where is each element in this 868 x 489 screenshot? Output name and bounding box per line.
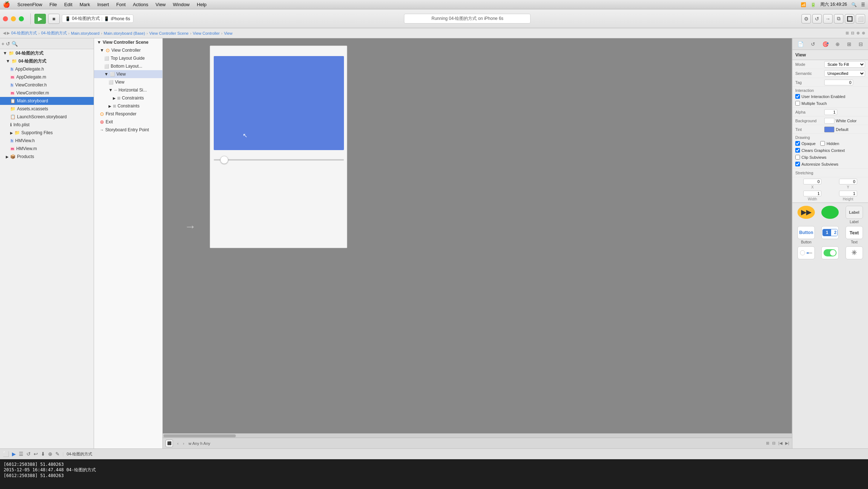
canvas-btn-forward[interactable]: ›	[183, 441, 184, 446]
menu-window[interactable]: Window	[173, 2, 190, 7]
widget-label[interactable]: Label Label	[843, 206, 865, 224]
debug-btn-2[interactable]: ▶	[12, 451, 16, 457]
bc-3[interactable]: Main.storyboard	[71, 31, 99, 35]
debug-btn-6[interactable]: ⬇	[41, 451, 45, 457]
scene-item-entrypoint[interactable]: → Storyboard Entry Point	[94, 126, 162, 134]
toolbar-btn-2[interactable]: ↺	[812, 14, 822, 24]
scene-item-firstresponder[interactable]: ⊙ First Responder	[94, 110, 162, 118]
prop-alpha-input[interactable]	[824, 109, 837, 115]
canvas-ctrl-3[interactable]: |◀	[778, 441, 782, 446]
ft-btn-1[interactable]: +	[1, 41, 4, 47]
slider-component[interactable]	[214, 156, 344, 163]
menu-icon[interactable]: ☰	[861, 2, 865, 7]
debug-btn-8[interactable]: ✎	[55, 451, 60, 457]
widget-slider[interactable]	[795, 246, 817, 259]
prop-semantic-select[interactable]: Unspecified	[824, 70, 865, 77]
prop-stretch-w-input[interactable]	[803, 191, 821, 196]
rp-icon-2[interactable]: ↺	[811, 41, 815, 47]
tree-item-infoplist[interactable]: ℹ Info.plist	[0, 121, 94, 129]
rp-icon-5[interactable]: ⊞	[847, 41, 851, 47]
canvas-ctrl-2[interactable]: ⊟	[772, 441, 775, 446]
scene-item-constraints2[interactable]: ▶ ⊞ Constraints	[94, 102, 162, 110]
prop-tag-input[interactable]	[824, 80, 853, 85]
tree-item-hmviewm[interactable]: m HMView.m	[0, 145, 94, 153]
prop-clip-subviews-check[interactable]	[795, 155, 800, 160]
prop-stretch-h-input[interactable]	[839, 191, 857, 196]
bc-5[interactable]: View Controller Scene	[149, 31, 189, 35]
prop-tint-swatch[interactable]	[824, 127, 834, 132]
close-button[interactable]	[3, 16, 8, 21]
menu-screenflow[interactable]: ScreenFlow	[17, 2, 42, 7]
debug-btn-7[interactable]: ⊕	[48, 451, 52, 457]
widget-yellow-play[interactable]: ▶▶	[795, 206, 817, 224]
prop-opaque-check[interactable]	[795, 141, 800, 146]
scheme-selector[interactable]: 📱 04-绘图的方式 | 📱 iPhone 6s	[62, 14, 133, 23]
debug-btn-5[interactable]: ↩	[34, 451, 38, 457]
scene-item-bottomlayout[interactable]: ⬜ Bottom Layout...	[94, 62, 162, 70]
bc-4[interactable]: Main.storyboard (Base)	[104, 31, 145, 35]
rp-icon-3[interactable]: 🎯	[822, 41, 829, 47]
stop-button[interactable]: ■	[48, 14, 60, 24]
bc-2[interactable]: 04-绘图的方式	[41, 30, 67, 36]
canvas-viewport[interactable]: → ↖	[163, 38, 792, 433]
prop-stretch-y-input[interactable]	[839, 179, 857, 184]
bc-action-2[interactable]: ⊟	[851, 31, 854, 35]
tree-item-launchscreen[interactable]: 📋 LaunchScreen.storyboard	[0, 113, 94, 121]
scene-item-toplayout[interactable]: ⬜ Top Layout Guide	[94, 54, 162, 62]
widget-button[interactable]: Button Button	[795, 226, 817, 244]
tree-item-assets[interactable]: 📁 Assets.xcassets	[0, 105, 94, 113]
tree-item-hmviewh[interactable]: h HMView.h	[0, 137, 94, 145]
blue-view-rect[interactable]: ↖	[214, 56, 344, 150]
iphone-frame[interactable]: ↖	[210, 46, 347, 248]
widget-green-circle[interactable]	[819, 206, 841, 224]
tree-group[interactable]: ▼ 📁 04-绘图的方式	[0, 57, 94, 65]
bc-1[interactable]: 04-绘图的方式	[11, 30, 37, 36]
menu-font[interactable]: Font	[116, 2, 125, 7]
slider-thumb[interactable]	[220, 156, 228, 164]
scene-item-exit[interactable]: ⊕ Exit	[94, 118, 162, 126]
toolbar-btn-3[interactable]: →	[823, 14, 833, 24]
menu-insert[interactable]: Insert	[97, 2, 109, 7]
scene-item-view-child[interactable]: ⬜ View	[94, 78, 162, 86]
tree-item-viewcontrollerm[interactable]: m ViewController.m	[0, 89, 94, 97]
widget-text[interactable]: Text Text	[843, 226, 865, 244]
search-icon[interactable]: 🔍	[851, 2, 857, 7]
ft-btn-2[interactable]: ↺	[6, 41, 10, 47]
ft-btn-3[interactable]: 🔍	[12, 41, 18, 47]
toolbar-btn-5[interactable]: 🔲	[845, 14, 854, 24]
canvas-ctrl-1[interactable]: ⊞	[766, 441, 769, 446]
minimize-button[interactable]	[11, 16, 16, 21]
bc-7[interactable]: View	[224, 31, 233, 35]
rp-icon-1[interactable]: 📄	[797, 41, 804, 47]
run-button[interactable]: ▶	[34, 14, 46, 24]
tree-item-appdelegatem[interactable]: m AppDelegate.m	[0, 73, 94, 81]
apple-menu[interactable]: 🍎	[3, 1, 10, 8]
prop-background-swatch[interactable]	[824, 118, 834, 124]
menu-view[interactable]: View	[156, 2, 166, 7]
tree-root[interactable]: ▼ 📁 04-绘图的方式	[0, 49, 94, 57]
toolbar-btn-1[interactable]: ⚙	[801, 14, 811, 24]
menu-file[interactable]: File	[50, 2, 57, 7]
console-area[interactable]: [6012:250388] 51.480263 2015-12-05 16:48…	[0, 459, 868, 489]
bc-action-4[interactable]: ⊗	[862, 31, 865, 35]
widget-segment[interactable]: 1 2	[819, 226, 841, 244]
prop-mode-select[interactable]: Scale To Fill	[824, 61, 865, 68]
scene-item-hslider[interactable]: ▼ ─ Horizontal Si...	[94, 86, 162, 94]
debug-btn-3[interactable]: ☰	[19, 451, 24, 457]
debug-btn-1[interactable]: ⬜	[3, 451, 9, 457]
scene-item-vc[interactable]: ▼ ⊙ View Controller	[94, 46, 162, 54]
prop-stretch-x-input[interactable]	[803, 179, 821, 184]
bc-action-1[interactable]: ⊞	[846, 31, 849, 35]
tree-item-mainstoryboard[interactable]: 📋 Main.storyboard	[0, 97, 94, 105]
canvas-btn-back[interactable]: ‹	[177, 441, 179, 446]
toolbar-btn-4[interactable]: ⧉	[834, 14, 843, 24]
tree-item-appdelegateh[interactable]: h AppDelegate.h	[0, 65, 94, 73]
menu-edit[interactable]: Edit	[64, 2, 72, 7]
scene-item-view[interactable]: ▼ ⬜ View	[94, 70, 162, 78]
rp-icon-6[interactable]: ⊟	[859, 41, 863, 47]
bc-6[interactable]: View Controller	[193, 31, 220, 35]
scroll-thumb-horizontal[interactable]	[163, 434, 236, 437]
canvas-layout-icon[interactable]: ⬛	[166, 440, 173, 447]
scene-item-constraints1[interactable]: ▶ ⊞ Constraints	[94, 94, 162, 102]
widget-toggle[interactable]	[819, 246, 841, 259]
